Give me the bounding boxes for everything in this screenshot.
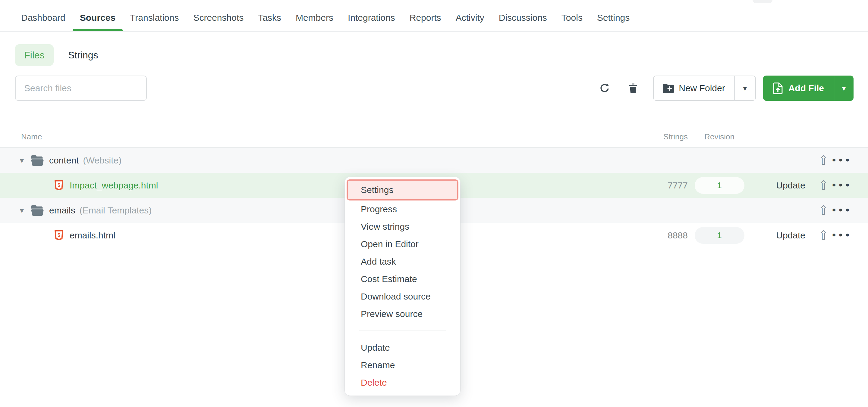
tab-files[interactable]: Files [15, 44, 54, 66]
refresh-icon [599, 83, 610, 94]
nav-item-translations[interactable]: Translations [123, 0, 186, 31]
ellipsis-icon[interactable]: ••• [832, 206, 852, 214]
folder-note: (Website) [83, 155, 121, 166]
nav-item-sources[interactable]: Sources [73, 0, 123, 31]
update-link[interactable]: Update [776, 230, 805, 240]
expand-caret-icon[interactable]: ▾ [20, 206, 29, 215]
delete-selected-button[interactable] [629, 83, 638, 93]
folder-name[interactable]: emails [49, 205, 75, 215]
caret-down-icon: ▾ [743, 84, 747, 92]
column-header-name: Name [0, 132, 637, 141]
ellipsis-icon[interactable]: ••• [832, 231, 852, 239]
menu-item-add-task[interactable]: Add task [345, 253, 460, 270]
ellipsis-icon[interactable]: ••• [832, 156, 852, 164]
menu-divider [359, 331, 446, 331]
folder-name[interactable]: content [49, 155, 79, 166]
table-row-folder-content[interactable]: ▾ content (Website) ⇧ ••• [0, 148, 868, 173]
nav-item-tools[interactable]: Tools [554, 0, 590, 31]
project-nav: Dashboard Sources Translations Screensho… [0, 0, 868, 32]
folder-icon [31, 155, 44, 166]
ellipsis-icon[interactable]: ••• [832, 181, 852, 189]
upload-icon[interactable]: ⇧ [818, 204, 829, 217]
upload-icon[interactable]: ⇧ [818, 179, 829, 192]
expand-caret-icon[interactable]: ▾ [20, 156, 29, 165]
nav-item-settings[interactable]: Settings [590, 0, 637, 31]
menu-item-settings[interactable]: Settings [347, 179, 458, 201]
toolbar-actions: New Folder ▾ Add File ▾ [599, 75, 854, 101]
column-header-revision: Revision [688, 132, 751, 141]
nav-item-screenshots[interactable]: Screenshots [186, 0, 251, 31]
strings-count: 8888 [668, 230, 688, 240]
svg-text:5: 5 [58, 232, 60, 238]
add-file-label: Add File [788, 83, 824, 93]
menu-item-download-source[interactable]: Download source [345, 288, 460, 305]
tab-strings[interactable]: Strings [68, 44, 98, 66]
file-name[interactable]: emails.html [70, 230, 116, 240]
nav-item-integrations[interactable]: Integrations [341, 0, 402, 31]
menu-item-cost-estimate[interactable]: Cost Estimate [345, 270, 460, 288]
menu-item-update[interactable]: Update [345, 339, 460, 357]
search-input[interactable] [15, 75, 147, 101]
folder-note: (Email Templates) [80, 205, 152, 215]
new-folder-button[interactable]: New Folder [654, 76, 734, 100]
revision-badge[interactable]: 1 [695, 227, 744, 244]
nav-item-tasks[interactable]: Tasks [251, 0, 288, 31]
caret-down-icon: ▾ [842, 84, 846, 92]
menu-item-delete[interactable]: Delete [345, 374, 460, 391]
new-folder-label: New Folder [679, 83, 725, 93]
table-header-row: Name Strings Revision [0, 126, 868, 148]
file-context-menu: Settings Progress View strings Open in E… [345, 177, 460, 396]
column-header-strings: Strings [637, 132, 688, 141]
upload-icon[interactable]: ⇧ [818, 229, 829, 242]
sources-page: Dashboard Sources Translations Screensho… [0, 0, 868, 407]
refresh-button[interactable] [599, 83, 610, 94]
new-folder-split-button: New Folder ▾ [653, 75, 755, 101]
menu-item-preview-source[interactable]: Preview source [345, 305, 460, 323]
folder-icon [31, 205, 44, 216]
nav-item-activity[interactable]: Activity [448, 0, 492, 31]
new-folder-caret-button[interactable]: ▾ [734, 76, 755, 100]
update-link[interactable]: Update [776, 180, 805, 191]
html5-icon: 5 [54, 230, 64, 241]
revision-badge[interactable]: 1 [695, 177, 744, 194]
html5-icon: 5 [54, 180, 64, 191]
add-file-caret-button[interactable]: ▾ [834, 75, 854, 101]
folder-plus-icon [663, 84, 674, 93]
add-file-split-button: Add File ▾ [763, 75, 854, 101]
menu-item-rename[interactable]: Rename [345, 357, 460, 374]
file-upload-icon [773, 82, 783, 95]
nav-item-reports[interactable]: Reports [402, 0, 448, 31]
upload-icon[interactable]: ⇧ [818, 154, 829, 167]
file-name[interactable]: Impact_webpage.html [70, 180, 158, 191]
nav-item-discussions[interactable]: Discussions [492, 0, 554, 31]
strings-count: 7777 [668, 180, 688, 191]
svg-text:5: 5 [58, 182, 60, 188]
nav-item-dashboard[interactable]: Dashboard [14, 0, 73, 31]
files-toolbar: New Folder ▾ Add File ▾ [15, 75, 854, 101]
menu-item-open-in-editor[interactable]: Open in Editor [345, 235, 460, 253]
nav-item-members[interactable]: Members [288, 0, 341, 31]
menu-item-progress[interactable]: Progress [345, 201, 460, 218]
add-file-button[interactable]: Add File [763, 75, 834, 101]
menu-item-view-strings[interactable]: View strings [345, 218, 460, 235]
trash-icon [629, 83, 638, 93]
